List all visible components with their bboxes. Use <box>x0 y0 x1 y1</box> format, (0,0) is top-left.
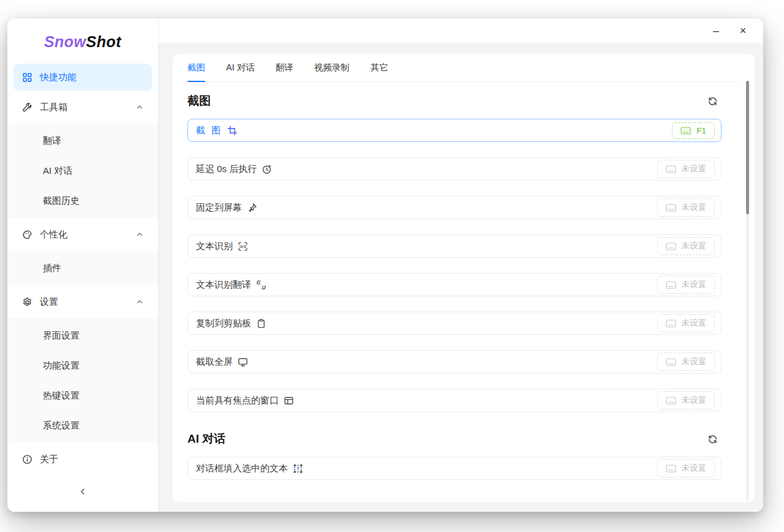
sidebar-item-interface-settings[interactable]: 界面设置 <box>13 322 152 349</box>
hotkey-badge-unset[interactable]: 未设置 <box>657 459 715 478</box>
sidebar-item-label: 插件 <box>43 263 61 274</box>
hotkey-row-fullscreen-capture[interactable]: 截取全屏 未设置 <box>187 350 722 373</box>
keyboard-icon <box>666 320 676 328</box>
sidebar-item-label: 界面设置 <box>43 330 80 342</box>
app-logo: SnowShot <box>7 18 158 61</box>
svg-text:A: A <box>258 281 260 285</box>
window-controls: – × <box>707 18 752 43</box>
keyboard-icon <box>666 242 676 250</box>
hotkey-row-copy-clipboard[interactable]: 复制到剪贴板 未设置 <box>187 312 722 335</box>
clipboard-icon <box>256 318 266 329</box>
sidebar-item-quick-functions[interactable]: 快捷功能 <box>13 64 152 91</box>
sync-icon[interactable] <box>707 96 718 107</box>
sync-icon[interactable] <box>707 434 718 444</box>
minimize-button[interactable]: – <box>707 21 725 40</box>
hotkey-row-label: 对话框填入选中的文本 <box>196 463 288 474</box>
sidebar-item-plugins[interactable]: 插件 <box>13 255 152 282</box>
tab-translate[interactable]: 翻译 <box>276 54 293 81</box>
hotkey-row-screenshot[interactable]: 截 图 F1 <box>187 119 722 142</box>
logo-part-shot: Shot <box>86 33 122 50</box>
sidebar-item-label: 翻译 <box>43 135 61 147</box>
sidebar: SnowShot 快捷功能 工具箱 翻译 AI 对话 截图历史 <box>7 18 158 512</box>
personalization-submenu: 插件 <box>7 251 158 285</box>
sidebar-item-screenshot-history[interactable]: 截图历史 <box>13 187 152 214</box>
sidebar-item-label: 个性化 <box>40 229 67 241</box>
hotkey-value: 未设置 <box>682 163 707 174</box>
section-title: AI 对话 <box>187 431 225 447</box>
sidebar-item-label: AI 对话 <box>43 165 72 177</box>
section-header-screenshot: 截图 <box>187 82 740 119</box>
toolbox-submenu: 翻译 AI 对话 截图历史 <box>7 124 158 218</box>
keyboard-icon <box>666 465 676 473</box>
hotkey-row-delay-execute[interactable]: 延迟 0s 后执行 未设置 <box>187 157 722 181</box>
hotkey-badge-unset[interactable]: 未设置 <box>657 160 715 178</box>
close-button[interactable]: × <box>734 21 752 40</box>
sidebar-item-translate[interactable]: 翻译 <box>13 127 152 154</box>
sidebar-item-label: 功能设置 <box>43 360 80 372</box>
hotkey-row-label: 复制到剪贴板 <box>196 318 251 329</box>
hotkey-badge-unset[interactable]: 未设置 <box>657 237 715 255</box>
main-content: 截图 AI 对话 翻译 视频录制 其它 截图 截 图 <box>158 43 763 512</box>
sidebar-group-settings[interactable]: 设置 <box>13 288 152 315</box>
sidebar-item-system-settings[interactable]: 系统设置 <box>13 412 152 439</box>
info-icon <box>22 454 32 465</box>
hotkey-badge-unset[interactable]: 未设置 <box>657 198 715 217</box>
section-header-ai-chat: AI 对话 <box>187 427 740 457</box>
scrollbar-track[interactable] <box>746 82 749 501</box>
hotkey-row-label: 当前具有焦点的窗口 <box>196 395 279 406</box>
sidebar-item-about[interactable]: 关于 <box>13 446 152 473</box>
keyboard-icon <box>666 204 676 212</box>
window-icon <box>284 395 294 406</box>
timer-icon <box>262 164 272 174</box>
svg-text:T: T <box>296 466 300 471</box>
scrollbar-thumb[interactable] <box>746 81 749 214</box>
monitor-icon <box>238 357 248 367</box>
hotkey-row-label: 文本识别 <box>196 241 233 252</box>
hotkey-value: F1 <box>696 126 706 135</box>
tab-other[interactable]: 其它 <box>371 54 388 81</box>
hotkey-row-label: 截 图 <box>196 125 222 137</box>
hotkey-row-ocr[interactable]: 文本识别 OCR 未设置 <box>187 234 722 258</box>
hotkey-value: 未设置 <box>682 395 707 406</box>
hotkey-badge-f1[interactable]: F1 <box>672 122 715 139</box>
hotkey-settings-card: 截图 AI 对话 翻译 视频录制 其它 截图 截 图 <box>173 54 755 502</box>
tab-screenshot[interactable]: 截图 <box>187 54 205 81</box>
tab-ai-chat[interactable]: AI 对话 <box>226 54 255 81</box>
app-window: SnowShot 快捷功能 工具箱 翻译 AI 对话 截图历史 <box>7 18 763 512</box>
svg-text:文: 文 <box>261 285 265 290</box>
keyboard-icon <box>666 165 676 173</box>
sidebar-item-ai-chat[interactable]: AI 对话 <box>13 157 152 184</box>
keyboard-icon <box>680 127 691 135</box>
crop-icon <box>227 126 238 136</box>
tab-video-record[interactable]: 视频录制 <box>314 54 350 81</box>
chevron-up-icon <box>136 103 143 111</box>
sidebar-item-label: 设置 <box>40 296 58 308</box>
hotkey-row-focused-window[interactable]: 当前具有焦点的窗口 未设置 <box>187 389 722 412</box>
hotkey-row-label: 截取全屏 <box>196 356 233 368</box>
sidebar-item-label: 截图历史 <box>43 195 80 207</box>
sidebar-group-personalization[interactable]: 个性化 <box>13 221 152 248</box>
hotkey-row-ocr-translate[interactable]: 文本识别翻译 A文 未设置 <box>187 273 722 296</box>
hotkey-value: 未设置 <box>682 279 707 290</box>
grid-icon <box>22 72 32 83</box>
text-select-icon: T <box>293 463 303 474</box>
hotkey-row-fill-selected-text[interactable]: 对话框填入选中的文本 T 未设置 <box>187 457 722 480</box>
sidebar-item-function-settings[interactable]: 功能设置 <box>13 352 152 379</box>
tab-bar: 截图 AI 对话 翻译 视频录制 其它 <box>187 54 740 82</box>
sidebar-group-toolbox[interactable]: 工具箱 <box>13 94 152 121</box>
ocr-translate-icon: A文 <box>256 280 266 290</box>
hotkey-badge-unset[interactable]: 未设置 <box>657 353 715 371</box>
hotkey-badge-unset[interactable]: 未设置 <box>657 391 715 410</box>
hotkey-row-pin-to-screen[interactable]: 固定到屏幕 未设置 <box>187 196 722 219</box>
sidebar-collapse-button[interactable] <box>7 482 158 503</box>
keyboard-icon <box>666 397 676 405</box>
hotkey-badge-unset[interactable]: 未设置 <box>657 314 715 332</box>
wrench-icon <box>22 102 32 113</box>
chevron-up-icon <box>136 298 143 305</box>
sidebar-item-label: 系统设置 <box>43 420 80 432</box>
hotkey-value: 未设置 <box>682 202 707 213</box>
hotkey-value: 未设置 <box>682 356 707 367</box>
sidebar-item-hotkey-settings[interactable]: 热键设置 <box>13 382 152 409</box>
hotkey-badge-unset[interactable]: 未设置 <box>657 275 715 294</box>
keyboard-icon <box>666 281 676 289</box>
